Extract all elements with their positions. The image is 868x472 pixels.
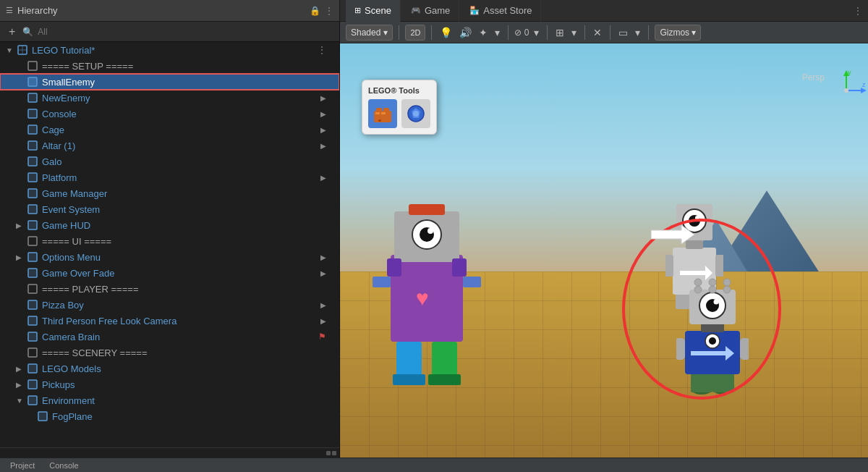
- svg-rect-23: [28, 380, 37, 389]
- third-person-cam-label: Third Person Free Look Camera: [42, 316, 320, 326]
- pizza-boy-right: ▶: [320, 301, 326, 309]
- hierarchy-item-lego-tutorial[interactable]: ▼ LEGO Tutorial* ⋮: [0, 42, 339, 58]
- scene-tab-icon: ⊞: [354, 6, 361, 15]
- svg-rect-24: [28, 396, 37, 405]
- lego-tools-panel: LEGO® Tools: [362, 80, 437, 135]
- game-hud-arrow: ▶: [16, 222, 26, 229]
- third-person-cam-right: ▶: [320, 317, 326, 325]
- svg-rect-67: [676, 338, 685, 360]
- hierarchy-item-cage[interactable]: Cage ▶: [0, 122, 339, 138]
- setup-sep-label: ===== SETUP =====: [42, 61, 339, 72]
- 2d-toggle[interactable]: 2D: [405, 25, 425, 41]
- shading-dropdown[interactable]: Shaded ▾: [346, 25, 393, 41]
- light-icon[interactable]: 💡: [438, 25, 454, 40]
- ui-separator: ===== UI =====: [0, 233, 339, 249]
- svg-rect-56: [715, 255, 723, 277]
- hierarchy-header: ☰ Hierarchy 🔒 ⋮: [0, 0, 340, 21]
- svg-point-73: [714, 300, 719, 305]
- svg-rect-42: [396, 342, 422, 378]
- chevron-down-4[interactable]: ▾: [633, 25, 642, 40]
- ui-sep-label: ===== UI =====: [42, 236, 339, 247]
- lock-icon: 🔒: [310, 6, 320, 16]
- item-options-icon: ⋮: [318, 45, 326, 55]
- hierarchy-item-console[interactable]: Console ▶: [0, 106, 339, 122]
- hierarchy-item-galo[interactable]: Galo: [0, 153, 339, 169]
- svg-rect-7: [28, 125, 37, 134]
- grid-icon[interactable]: ⊞: [553, 25, 566, 40]
- top-bar: ☰ Hierarchy 🔒 ⋮ ⊞ Scene 🎮 Game 🏪 Asset S…: [0, 0, 868, 22]
- hierarchy-item-platform[interactable]: Platform ▶: [0, 169, 339, 185]
- search-input[interactable]: [38, 27, 333, 37]
- axis-gizmo: y z: [825, 69, 861, 105]
- layer-icons: ⊘ 0 ▾: [514, 25, 541, 40]
- scene-toolbar: Shaded ▾ 2D 💡 🔊 ✦ ▾ ⊘ 0 ▾ ⊞ ▾: [340, 22, 868, 43]
- gizmos-button[interactable]: Gizmos ▾: [655, 25, 701, 41]
- svg-rect-45: [428, 374, 461, 385]
- svg-point-79: [723, 279, 731, 286]
- hierarchy-item-pickups[interactable]: ▶ Pickups: [0, 376, 339, 392]
- tab-scene[interactable]: ⊞ Scene: [346, 0, 401, 22]
- snap-icon[interactable]: ✕: [591, 25, 604, 40]
- hierarchy-item-environment[interactable]: ▼ Environment: [0, 392, 339, 408]
- lego-tool-2[interactable]: [401, 99, 430, 128]
- hierarchy-item-options-menu[interactable]: ▶ Options Menu ▶: [0, 249, 339, 265]
- tab-game[interactable]: 🎮 Game: [402, 0, 459, 22]
- options-menu-icon: [26, 251, 39, 263]
- hierarchy-item-third-person-cam[interactable]: Third Person Free Look Camera ▶: [0, 313, 339, 329]
- player-separator: ===== PLAYER =====: [0, 281, 339, 297]
- hierarchy-footer: [0, 447, 339, 458]
- camera-brain-icon: [26, 331, 39, 342]
- toolbar-sep-5: [584, 25, 585, 40]
- layer-icon[interactable]: ⊘ 0: [514, 28, 529, 38]
- toolbar-sep-7: [648, 25, 649, 40]
- scene-background: Persp y z: [340, 43, 868, 458]
- third-person-cam-icon: [26, 315, 39, 326]
- bottom-tab-console[interactable]: Console: [45, 461, 82, 470]
- effects-icon[interactable]: ✦: [477, 25, 490, 40]
- scene-view[interactable]: Shaded ▾ 2D 💡 🔊 ✦ ▾ ⊘ 0 ▾ ⊞ ▾: [340, 22, 868, 458]
- svg-rect-25: [38, 412, 47, 421]
- render-icon[interactable]: ▭: [616, 25, 630, 40]
- chevron-down-3[interactable]: ▾: [569, 25, 579, 40]
- new-enemy-expand: ▶: [320, 94, 326, 102]
- hierarchy-item-small-enemy[interactable]: SmallEnemy: [0, 74, 339, 90]
- chevron-down-1[interactable]: ▾: [493, 25, 502, 40]
- tab-asset-store[interactable]: 🏪 Asset Store: [461, 0, 541, 22]
- svg-point-74: [694, 286, 702, 293]
- bottom-tab-project[interactable]: Project: [6, 461, 39, 470]
- chevron-down-2[interactable]: ▾: [532, 25, 541, 40]
- audio-icon[interactable]: 🔊: [457, 25, 474, 40]
- svg-rect-14: [28, 237, 37, 245]
- hierarchy-item-pizza-boy[interactable]: Pizza Boy ▶: [0, 297, 339, 313]
- platform-label: Platform: [42, 172, 320, 183]
- hierarchy-item-lego-models[interactable]: ▶ LEGO Models: [0, 361, 339, 376]
- hierarchy-item-altar[interactable]: Altar (1) ▶: [0, 138, 339, 153]
- camera-brain-flag: ⚑: [318, 332, 326, 342]
- lego-tutorial-label: LEGO Tutorial*: [32, 45, 318, 56]
- svg-marker-30: [861, 88, 867, 93]
- hierarchy-item-new-enemy[interactable]: NewEnemy ▶: [0, 90, 339, 106]
- player-sep-icon: [26, 283, 39, 295]
- hierarchy-item-event-system[interactable]: Event System: [0, 201, 339, 217]
- hierarchy-item-camera-brain[interactable]: Camera Brain ⚑: [0, 329, 339, 345]
- hierarchy-item-game-hud[interactable]: ▶ Game HUD: [0, 217, 339, 233]
- lego-tool-1[interactable]: [368, 99, 397, 128]
- console-label: Console: [42, 109, 320, 119]
- svg-point-53: [695, 216, 699, 220]
- altar-expand: ▶: [320, 142, 326, 150]
- scenery-sep-icon: [26, 347, 39, 358]
- hierarchy-item-game-over-fade[interactable]: Game Over Fade ▶: [0, 265, 339, 281]
- add-button[interactable]: +: [6, 25, 18, 38]
- hierarchy-item-game-manager[interactable]: Game Manager: [0, 185, 339, 201]
- hierarchy-item-fog-plane[interactable]: FogPlane: [0, 408, 339, 424]
- game-over-fade-icon: [26, 267, 39, 279]
- pickups-expand: ▶: [16, 381, 26, 389]
- big-robot: ♥: [369, 182, 485, 400]
- blue-robot: [676, 277, 749, 407]
- options-menu-expand-arrow: ▶: [16, 253, 26, 261]
- sep-icon: [26, 60, 39, 72]
- svg-point-75: [709, 286, 716, 293]
- svg-rect-13: [28, 221, 37, 229]
- scene-tabs: ⊞ Scene 🎮 Game 🏪 Asset Store ⋮: [340, 0, 868, 21]
- gizmos-chevron: ▾: [692, 28, 696, 38]
